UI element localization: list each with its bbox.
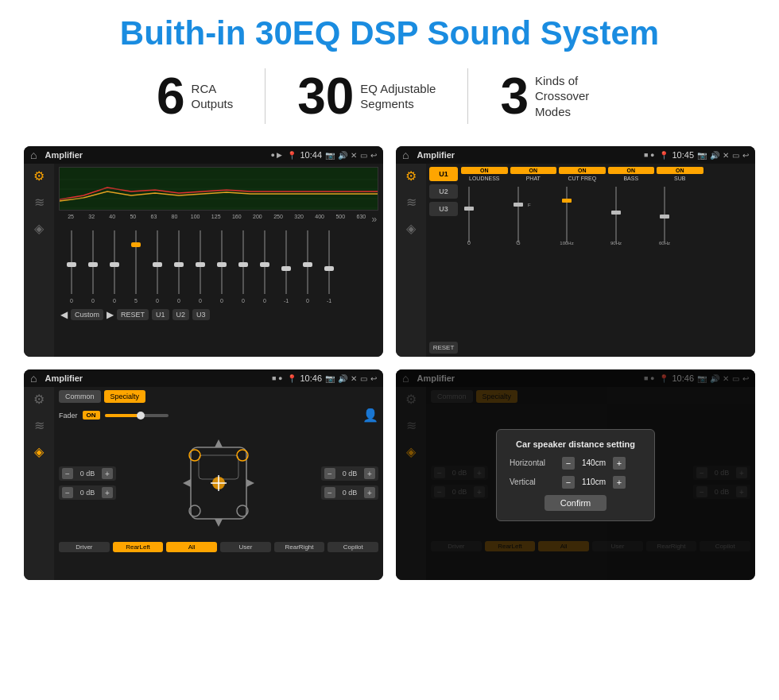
fader-settings-icon[interactable]: 👤	[362, 408, 378, 423]
crossover-reset-btn[interactable]: RESET	[429, 342, 458, 354]
svg-text:G: G	[516, 240, 520, 246]
driver-btn[interactable]: Driver	[59, 542, 110, 552]
back-icon[interactable]: ↩	[370, 151, 377, 160]
phat-slider[interactable]: G F	[510, 183, 557, 354]
equalizer-icon[interactable]: ⚙	[33, 168, 45, 184]
sub-on-btn[interactable]: ON	[657, 167, 703, 174]
bass-label: BASS	[623, 176, 638, 181]
db-minus-fl[interactable]: −	[62, 468, 73, 479]
rearleft-btn[interactable]: RearLeft	[113, 542, 164, 552]
preset-u1[interactable]: U1	[429, 167, 458, 181]
waveform-icon-2[interactable]: ≋	[406, 195, 417, 210]
tab-common[interactable]: Common	[59, 390, 101, 403]
eq-reset-btn[interactable]: RESET	[117, 309, 149, 320]
eq-prev-btn[interactable]: ◀	[60, 309, 68, 320]
svg-rect-17	[153, 262, 162, 267]
window-icon-2: ▭	[732, 151, 739, 160]
svg-marker-71	[215, 439, 223, 447]
preset-u3[interactable]: U3	[429, 202, 458, 216]
svg-rect-54	[611, 211, 621, 215]
freq-100: 100	[185, 214, 206, 225]
freq-630: 630	[351, 214, 371, 225]
speaker-icon-2[interactable]: ◈	[406, 221, 416, 236]
home-icon[interactable]: ⌂	[30, 149, 37, 161]
stat-crossover: 3 Kinds ofCrossover Modes	[468, 71, 654, 122]
fader-slider-svg[interactable]	[105, 410, 169, 421]
crossover-screen-title: Amplifier	[417, 150, 639, 160]
more-freqs-icon[interactable]: »	[371, 214, 377, 225]
location-icon-3: 📍	[287, 374, 296, 383]
volume-icon: 🔊	[338, 151, 347, 160]
vertical-minus-btn[interactable]: −	[562, 476, 575, 489]
freq-32: 32	[81, 214, 102, 225]
cutfreq-on-btn[interactable]: ON	[559, 167, 606, 174]
back-icon-3[interactable]: ↩	[370, 374, 377, 383]
rearright-btn[interactable]: RearRight	[274, 542, 325, 552]
eq-graph	[59, 167, 378, 211]
db-minus-rr[interactable]: −	[324, 487, 335, 498]
db-minus-rl[interactable]: −	[62, 487, 73, 498]
eq-icon-3[interactable]: ⚙	[33, 392, 45, 407]
user-btn[interactable]: User	[220, 542, 271, 552]
vertical-plus-btn[interactable]: +	[613, 476, 626, 489]
preset-u2[interactable]: U2	[429, 184, 458, 199]
eq-u3-btn[interactable]: U3	[192, 309, 210, 320]
eq-main-content: 25 32 40 50 63 80 100 125 160 200 250 32…	[54, 164, 383, 357]
speaker-icon-3[interactable]: ◈	[34, 444, 44, 459]
svg-text:0: 0	[113, 298, 116, 304]
sub-label: SUB	[674, 176, 685, 181]
back-icon-2[interactable]: ↩	[742, 151, 749, 160]
loudness-slider[interactable]: 0	[461, 183, 508, 354]
confirm-button[interactable]: Confirm	[545, 495, 607, 511]
window-icon: ▭	[360, 151, 367, 160]
svg-text:0: 0	[91, 298, 95, 304]
waveform-icon-3[interactable]: ≋	[34, 418, 45, 433]
speaker-icon[interactable]: ◈	[34, 221, 44, 236]
svg-text:-1: -1	[327, 298, 331, 304]
svg-rect-5	[67, 262, 76, 267]
bass-on-btn[interactable]: ON	[608, 167, 655, 174]
fader-tabs: Common Specialty	[59, 390, 378, 403]
home-icon-2[interactable]: ⌂	[402, 149, 409, 161]
waveform-icon[interactable]: ≋	[34, 195, 45, 210]
loudness-on-btn[interactable]: ON	[461, 167, 508, 174]
horizontal-plus-btn[interactable]: +	[613, 457, 626, 470]
distance-screen-panel: ⌂ Amplifier ■ ● 📍 10:46 📷 🔊 ✕ ▭ ↩ ⚙ ≋ ◈	[396, 369, 755, 580]
volume-icon-2: 🔊	[710, 151, 719, 160]
car-diagram-svg	[175, 431, 262, 535]
amp-channels-grid: ON LOUDNESS 0 ON PHAT	[461, 167, 752, 354]
db-plus-fl[interactable]: +	[102, 468, 113, 479]
db-minus-fr[interactable]: −	[324, 468, 335, 479]
phat-on-btn[interactable]: ON	[510, 167, 557, 174]
channel-phat: ON PHAT G F	[510, 167, 557, 354]
sub-slider[interactable]: 60Hz	[657, 183, 703, 354]
svg-marker-73	[183, 479, 191, 487]
eq-freq-labels: 25 32 40 50 63 80 100 125 160 200 250 32…	[59, 214, 378, 225]
db-plus-rr[interactable]: +	[364, 487, 375, 498]
svg-text:100Hz: 100Hz	[560, 241, 573, 246]
all-btn[interactable]: All	[166, 542, 217, 552]
stat-rca: 6 RCAOutputs	[125, 71, 265, 122]
page-title: Buith-in 30EQ DSP Sound System	[0, 0, 779, 60]
bass-slider[interactable]: 90Hz	[608, 183, 655, 354]
eq-icon-2[interactable]: ⚙	[405, 168, 417, 184]
fader-status-bar: ⌂ Amplifier ■ ● 📍 10:46 📷 🔊 ✕ ▭ ↩	[24, 369, 383, 387]
eq-custom-btn[interactable]: Custom	[71, 309, 103, 320]
eq-next-btn[interactable]: ▶	[107, 309, 114, 320]
db-plus-fr[interactable]: +	[364, 468, 375, 479]
horizontal-minus-btn[interactable]: −	[562, 457, 575, 470]
eq-sliders-svg[interactable]: .sl-track { stroke: #555; stroke-width: …	[60, 226, 377, 306]
db-plus-rl[interactable]: +	[102, 487, 113, 498]
svg-rect-35	[281, 266, 291, 271]
copilot-btn[interactable]: Copilot	[327, 542, 378, 552]
cutfreq-slider[interactable]: 100Hz	[559, 183, 606, 354]
eq-u2-btn[interactable]: U2	[172, 309, 190, 320]
fader-on-badge: ON	[83, 411, 100, 420]
eq-sliders: .sl-track { stroke: #555; stroke-width: …	[59, 226, 378, 306]
eq-screen-panel: ⌂ Amplifier ● ▶ 📍 10:44 📷 🔊 ✕ ▭ ↩ ⚙ ≋ ◈	[24, 146, 383, 357]
eq-u1-btn[interactable]: U1	[152, 309, 169, 320]
svg-rect-29	[238, 262, 248, 267]
fader-control-row: Fader ON 👤	[59, 408, 378, 423]
tab-specialty[interactable]: Specialty	[104, 390, 146, 403]
home-icon-3[interactable]: ⌂	[30, 372, 37, 385]
